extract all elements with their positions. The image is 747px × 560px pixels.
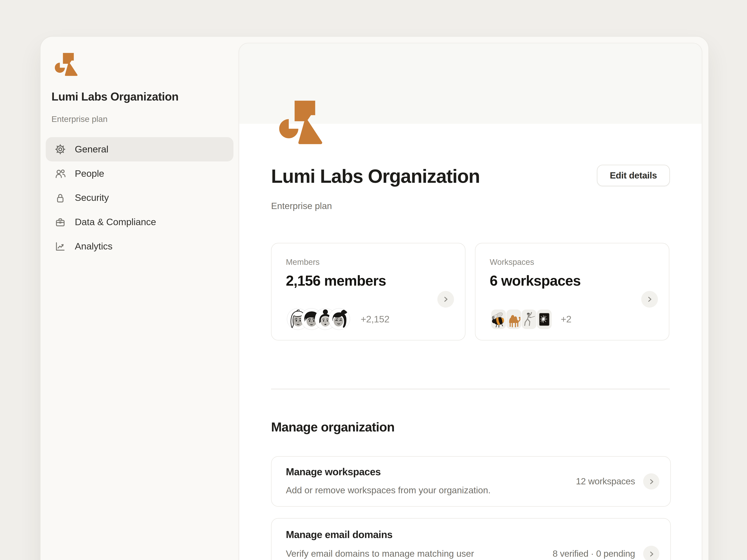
sidebar-item-label: People xyxy=(75,168,104,179)
sidebar-item-label: Data & Compliance xyxy=(75,217,156,228)
sidebar-item-label: General xyxy=(75,144,108,155)
edit-details-button[interactable]: Edit details xyxy=(597,165,670,186)
camel-emoji xyxy=(506,310,521,329)
lock-icon xyxy=(55,192,66,203)
sidebar-item-people[interactable]: People xyxy=(46,161,233,186)
sidebar-item-security[interactable]: Security xyxy=(46,186,233,210)
sidebar-plan-label: Enterprise plan xyxy=(51,114,107,124)
sidebar-item-analytics[interactable]: Analytics xyxy=(46,234,233,259)
row-meta: 8 verified · 0 pending xyxy=(553,549,635,559)
chevron-right-icon xyxy=(646,296,653,303)
row-title: Manage email domains xyxy=(286,529,392,540)
row-meta: 12 workspaces xyxy=(576,476,635,487)
row-subtitle: Add or remove workspaces from your organ… xyxy=(286,485,491,496)
members-card[interactable]: Members 2,156 members xyxy=(271,243,465,341)
row-subtitle: Verify email domains to manage matching … xyxy=(286,549,474,559)
plan-label: Enterprise plan xyxy=(271,201,332,211)
manage-email-domains-chevron-button[interactable] xyxy=(643,546,659,560)
sidebar-item-label: Security xyxy=(75,192,109,203)
chevron-right-icon xyxy=(648,550,655,558)
section-divider xyxy=(271,389,670,390)
manage-email-domains-row[interactable]: Manage email domains Verify email domain… xyxy=(271,518,671,560)
sidebar-item-general[interactable]: General xyxy=(46,137,233,161)
org-logo-large xyxy=(279,101,331,146)
members-label: Members xyxy=(286,258,319,267)
manage-workspaces-chevron-button[interactable] xyxy=(643,473,659,489)
chevron-right-icon xyxy=(442,296,449,303)
workspaces-label: Workspaces xyxy=(490,258,534,267)
people-icon xyxy=(55,168,66,179)
members-chevron-button[interactable] xyxy=(437,291,454,308)
workspace-emojis: +2 xyxy=(491,310,571,329)
briefcase-icon xyxy=(55,217,66,228)
chart-icon xyxy=(55,241,66,252)
org-logo xyxy=(55,53,82,77)
main-content: Lumi Labs Organization Edit details Ente… xyxy=(239,43,702,560)
fencer-emoji xyxy=(522,310,537,329)
sidebar: Lumi Labs Organization Enterprise plan G… xyxy=(41,37,239,560)
page-title: Lumi Labs Organization xyxy=(271,165,480,188)
member-avatars: +2,152 xyxy=(287,309,389,329)
sidebar-item-data-compliance[interactable]: Data & Compliance xyxy=(46,210,233,234)
row-title: Manage workspaces xyxy=(286,466,381,478)
page-background: Lumi Labs Organization Enterprise plan G… xyxy=(0,0,747,560)
sidebar-item-label: Analytics xyxy=(75,241,112,252)
sidebar-nav: General People xyxy=(46,137,233,259)
bee-emoji xyxy=(491,310,506,329)
manage-workspaces-row[interactable]: Manage workspaces Add or remove workspac… xyxy=(271,456,671,507)
sidebar-org-name: Lumi Labs Organization xyxy=(51,90,228,103)
workspaces-overflow-count: +2 xyxy=(561,314,571,325)
app-window: Lumi Labs Organization Enterprise plan G… xyxy=(40,36,709,560)
stats-row: Members 2,156 members xyxy=(271,243,669,341)
manage-organization-heading: Manage organization xyxy=(271,420,394,435)
workspaces-count: 6 workspaces xyxy=(490,273,581,289)
workspaces-chevron-button[interactable] xyxy=(641,291,658,308)
chevron-right-icon xyxy=(648,478,655,485)
gear-icon xyxy=(55,144,66,155)
members-count: 2,156 members xyxy=(286,273,386,289)
members-overflow-count: +2,152 xyxy=(361,314,389,324)
sparkler-emoji xyxy=(537,310,552,329)
avatar-ponytail xyxy=(329,309,350,329)
workspaces-card[interactable]: Workspaces 6 workspaces xyxy=(475,243,669,341)
